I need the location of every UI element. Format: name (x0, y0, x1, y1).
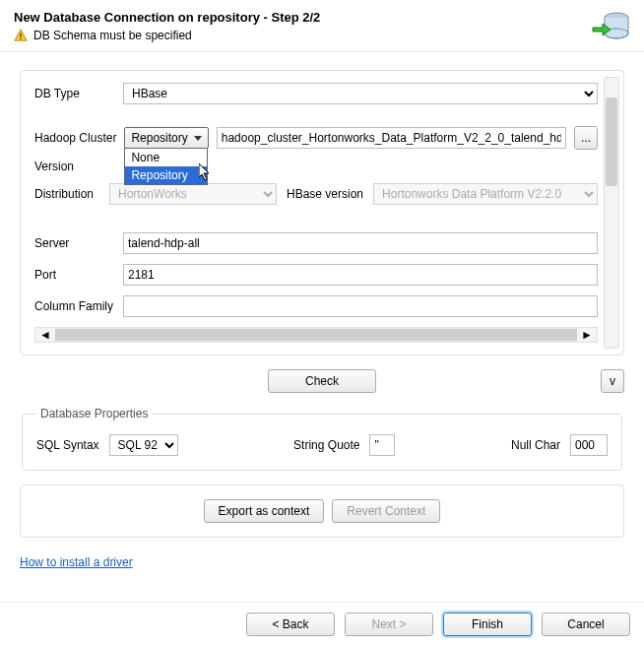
revert-context-button[interactable]: Revert Context (332, 499, 440, 523)
svg-rect-1 (20, 38, 21, 39)
horizontal-scrollbar[interactable]: ◄ ► (34, 327, 598, 343)
scroll-right-icon[interactable]: ► (581, 328, 593, 342)
distribution-select[interactable]: HortonWorks (109, 183, 277, 205)
port-label: Port (34, 268, 123, 282)
database-properties-legend: Database Properties (36, 407, 152, 420)
back-button[interactable]: < Back (246, 613, 335, 636)
page-title: New Database Connection on repository - … (14, 10, 591, 25)
hadoop-option-none[interactable]: None (125, 149, 207, 166)
svg-rect-0 (20, 32, 21, 36)
sql-syntax-label: SQL Syntax (36, 438, 99, 452)
warning-text: DB Schema must be specified (33, 29, 192, 42)
port-input[interactable] (123, 264, 598, 286)
browse-button[interactable]: ... (574, 126, 598, 150)
server-label: Server (34, 236, 123, 250)
null-char-label: Null Char (511, 438, 560, 452)
null-char-input[interactable] (570, 434, 608, 456)
hbase-version-select[interactable]: Hortonworks Data Platform V2.2.0 (373, 183, 598, 205)
next-button[interactable]: Next > (345, 613, 433, 636)
hadoop-cluster-select[interactable]: Repository (124, 127, 208, 149)
dbtype-label: DB Type (34, 87, 123, 100)
check-button[interactable]: Check (268, 369, 376, 393)
database-icon (591, 10, 630, 45)
hadoop-path-input[interactable] (217, 127, 566, 149)
hadoop-option-repository[interactable]: Repository (125, 166, 207, 184)
server-input[interactable] (123, 232, 598, 254)
install-driver-link[interactable]: How to install a driver (20, 555, 133, 569)
database-properties-group: Database Properties SQL Syntax SQL 92 St… (22, 407, 622, 471)
cancel-button[interactable]: Cancel (542, 613, 630, 636)
scroll-left-icon[interactable]: ◄ (39, 328, 51, 342)
distribution-label: Distribution (34, 187, 99, 201)
column-family-label: Column Family (34, 299, 123, 313)
sql-syntax-select[interactable]: SQL 92 (109, 434, 178, 456)
hbase-version-label: HBase version (287, 187, 363, 201)
hadoop-cluster-label: Hadoop Cluster (34, 131, 116, 145)
vertical-scrollbar[interactable] (604, 77, 619, 349)
finish-button[interactable]: Finish (443, 613, 532, 636)
string-quote-label: String Quote (293, 438, 359, 452)
string-quote-input[interactable] (369, 434, 395, 456)
warning-icon (14, 29, 28, 42)
export-context-button[interactable]: Export as context (204, 499, 325, 523)
expand-v-button[interactable]: v (601, 369, 624, 393)
hadoop-cluster-dropdown[interactable]: None Repository (124, 148, 208, 185)
dbtype-select[interactable]: HBase (123, 83, 598, 104)
version-label: Version (34, 160, 94, 173)
column-family-input[interactable] (123, 295, 598, 317)
